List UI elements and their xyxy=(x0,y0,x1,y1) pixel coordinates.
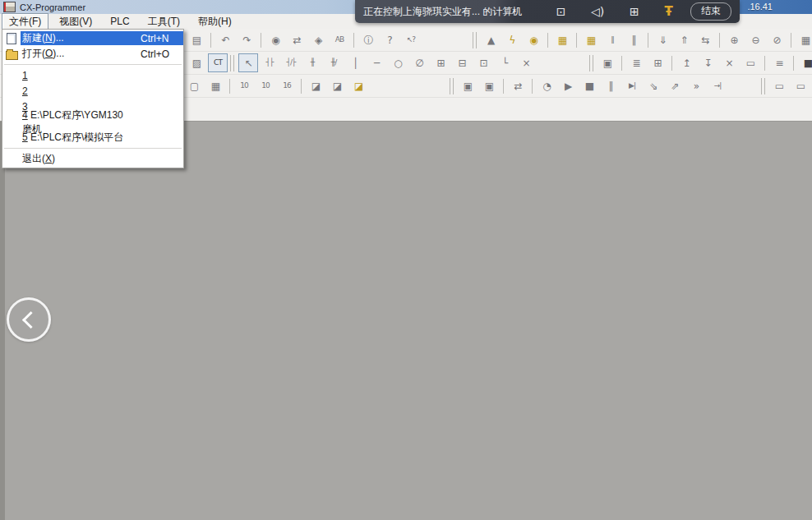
io-table-button[interactable]: ▦ xyxy=(796,30,812,49)
new-closed-contact-button[interactable]: ┤/├ xyxy=(281,53,301,72)
toolbar-drag-handle[interactable] xyxy=(761,78,765,94)
sim-play-button[interactable]: ▶ xyxy=(558,76,578,95)
new-contact-button[interactable]: ┤├ xyxy=(260,53,279,72)
sim-continuous-step-button[interactable]: » xyxy=(686,76,706,95)
monitor-mode-button[interactable]: ▦ xyxy=(552,30,572,49)
toolbar-drag-handle[interactable] xyxy=(589,55,593,71)
replace-ab-button[interactable]: AB xyxy=(330,30,349,49)
end-session-button[interactable]: 结束 xyxy=(690,2,731,21)
toolbar-drag-handle[interactable] xyxy=(473,32,477,48)
toolbar-drag-handle[interactable] xyxy=(450,78,454,94)
menu-exit[interactable]: 退出(X) xyxy=(2,151,183,167)
context-help-button[interactable]: ↖? xyxy=(401,30,421,49)
monitor-clock-button[interactable]: ▦ xyxy=(581,30,601,49)
force-off-button[interactable]: ⊖ xyxy=(745,30,765,49)
menu-item-label: 退出(X) xyxy=(22,152,55,166)
select-tool-button[interactable]: ↖ xyxy=(238,53,258,72)
window-views-button[interactable]: ▣ xyxy=(597,53,617,72)
window-adjust-icon[interactable]: ⊞ xyxy=(630,5,639,18)
new-function-block-button[interactable]: ⊡ xyxy=(473,53,493,72)
address-reference-list-button[interactable]: ≡ xyxy=(769,53,789,72)
insert-rung-cell-button[interactable]: ▭ xyxy=(740,53,760,72)
menubar-item-4[interactable]: 帮助(H) xyxy=(191,13,239,30)
force-on-button[interactable]: ⊕ xyxy=(724,30,744,49)
grid-options-button[interactable]: ⊞ xyxy=(648,53,667,72)
menu-new[interactable]: 新建(N)...Ctrl+N xyxy=(2,30,183,46)
auto-online-button[interactable]: ◉ xyxy=(524,30,543,49)
remote-tool-icon[interactable]: Ŧ xyxy=(664,4,672,19)
new-horizontal-line-button[interactable]: ─ xyxy=(367,53,386,72)
forced-status-scan-button[interactable]: ◪ xyxy=(348,76,368,95)
speaker-icon[interactable]: ◁) xyxy=(591,5,604,18)
search-in-plc-button[interactable]: ◈ xyxy=(308,30,328,49)
sim-step-in-button[interactable]: ⇘ xyxy=(644,76,663,95)
sim-stop-button[interactable]: ■ xyxy=(579,76,599,95)
menu-recent-5[interactable]: 5 E:\PLC程序\模拟平台 xyxy=(2,130,183,145)
menubar-item-1[interactable]: 视图(V) xyxy=(52,13,99,30)
program-upload-button[interactable]: ⇑ xyxy=(674,30,694,49)
sim-run-to-end-button[interactable]: →| xyxy=(708,76,727,95)
erase-tool-button[interactable]: × xyxy=(516,53,536,72)
sim-step-out-button[interactable]: ⇗ xyxy=(665,76,685,95)
insert-rung-below-button[interactable]: ↧ xyxy=(698,53,717,72)
clipboard-view-button[interactable]: ▢ xyxy=(184,76,204,95)
print-button[interactable]: ▤ xyxy=(187,30,206,49)
find-button[interactable]: ◉ xyxy=(265,30,285,49)
back-bubble-button[interactable] xyxy=(7,297,51,342)
menu-item-label: 新建(N)... xyxy=(22,31,64,45)
memory-bar-2-button[interactable]: ▭ xyxy=(791,76,810,95)
redo-button[interactable]: ↷ xyxy=(237,30,256,49)
pause-monitor-button[interactable]: ‖ xyxy=(602,30,622,49)
work-online-button[interactable]: ▲ xyxy=(481,30,501,49)
toolbar-drag-handle[interactable] xyxy=(230,55,234,71)
program-download-button[interactable]: ⇓ xyxy=(653,30,672,49)
pause-with-trigger-icon: ◪ xyxy=(333,81,341,91)
undo-button[interactable]: ↶ xyxy=(215,30,235,49)
run-simulator-button[interactable]: ◔ xyxy=(537,76,556,95)
sim-step-out-icon: ⇗ xyxy=(671,81,678,91)
new-vertical-line-button[interactable]: │ xyxy=(345,53,365,72)
menubar-item-0[interactable]: 文件(F) xyxy=(2,13,48,30)
symbol-table-button[interactable]: ▨ xyxy=(187,53,206,72)
rung-grid-button[interactable]: ▦ xyxy=(205,76,225,95)
insert-rung-above-button[interactable]: ↥ xyxy=(676,53,696,72)
sim-pause-button[interactable]: ‖ xyxy=(601,76,621,95)
watch-window-button[interactable]: ■ xyxy=(798,53,812,72)
menu-recent-1[interactable]: 1 xyxy=(2,67,183,83)
menu-recent-2[interactable]: 2 xyxy=(2,83,183,99)
force-cancel-button[interactable]: ⊘ xyxy=(767,30,787,49)
new-coil-button[interactable]: ○ xyxy=(388,53,408,72)
toolbar-separator xyxy=(301,79,302,94)
new-instruction-button[interactable]: ⊞ xyxy=(431,53,450,72)
sheet-list-button[interactable]: ≣ xyxy=(626,53,646,72)
new-closed-coil-button[interactable]: ∅ xyxy=(409,53,429,72)
online-simulator-button[interactable]: ϟ xyxy=(502,30,522,49)
new-instruction-block-button[interactable]: ⊟ xyxy=(452,53,472,72)
data-trace-save-icon: ▣ xyxy=(464,81,472,91)
pause-with-trigger-button[interactable]: ◪ xyxy=(327,76,347,95)
new-or-closed-contact-button[interactable]: ╫/ xyxy=(324,53,344,72)
delete-rung-button[interactable]: × xyxy=(719,53,739,72)
memory-bar-1-button[interactable]: ▭ xyxy=(769,76,789,95)
monitor-hex-button[interactable]: 16 xyxy=(277,76,297,95)
differential-monitor-button[interactable]: ◪ xyxy=(306,76,325,95)
data-trace-save-button[interactable]: ▣ xyxy=(458,76,478,95)
fullscreen-icon[interactable]: ⊡ xyxy=(556,5,566,18)
data-trace-report-button[interactable]: ▣ xyxy=(479,76,499,95)
menubar-item-3[interactable]: 工具(T) xyxy=(141,13,187,30)
monitor-decimal-button[interactable]: 10 xyxy=(234,76,254,95)
program-compare-button[interactable]: ⇆ xyxy=(695,30,715,49)
properties-info-button[interactable]: ⓘ xyxy=(358,30,378,49)
section-ct-button[interactable]: CT xyxy=(208,53,228,72)
find-replace-button[interactable]: ⇄ xyxy=(287,30,307,49)
menu-recent-4[interactable]: 4 E:\PLC程序\YGM130磨机 xyxy=(2,114,183,130)
new-or-contact-button[interactable]: ╫ xyxy=(302,53,322,72)
monitor-signed-decimal-button[interactable]: 10 xyxy=(256,76,275,95)
menu-open[interactable]: 打开(O)...Ctrl+O xyxy=(2,46,183,62)
new-vertical-down-button[interactable]: └ xyxy=(495,53,514,72)
sim-step-run-button[interactable]: ▶| xyxy=(622,76,642,95)
pause-button[interactable]: ‖ xyxy=(624,30,644,49)
help-button[interactable]: ? xyxy=(380,30,399,49)
data-transfer-button[interactable]: ⇄ xyxy=(508,76,528,95)
menubar-item-2[interactable]: PLC xyxy=(103,14,136,29)
